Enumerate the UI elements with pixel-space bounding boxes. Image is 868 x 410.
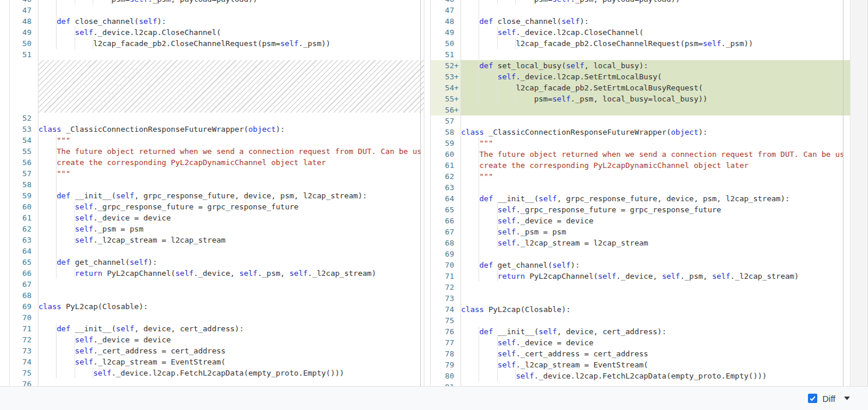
- line-number[interactable]: 55: [0, 146, 38, 157]
- line-number[interactable]: 80: [431, 370, 461, 381]
- code-line: 55The future object returned when we sen…: [0, 146, 424, 157]
- indent-guide: [461, 49, 479, 60]
- line-number[interactable]: 53: [0, 124, 38, 135]
- column-ruler: [843, 0, 844, 386]
- line-number[interactable]: 76: [431, 326, 461, 337]
- line-number[interactable]: 73: [431, 293, 461, 304]
- indent-guide: [38, 334, 57, 345]
- line-number[interactable]: 71: [431, 271, 461, 282]
- line-number[interactable]: 51: [0, 49, 38, 60]
- line-number[interactable]: 51: [431, 49, 461, 60]
- line-number[interactable]: 66: [431, 215, 461, 226]
- line-number[interactable]: 52: [0, 113, 38, 124]
- code-line: 64def __init__(self, grpc_response_futur…: [431, 193, 850, 204]
- line-number[interactable]: 75: [431, 315, 461, 326]
- caret-down-icon[interactable]: [844, 397, 850, 400]
- line-number[interactable]: 57: [0, 168, 38, 179]
- line-number[interactable]: 55+: [431, 93, 461, 104]
- line-number[interactable]: 54: [0, 135, 38, 146]
- line-number[interactable]: 48: [431, 16, 461, 27]
- line-number[interactable]: 58: [431, 127, 461, 138]
- line-number[interactable]: 68: [0, 290, 38, 301]
- line-number[interactable]: 46: [431, 0, 461, 5]
- line-number[interactable]: 59: [431, 138, 461, 149]
- line-number[interactable]: 65: [431, 204, 461, 215]
- line-number[interactable]: 73: [0, 345, 38, 356]
- line-number[interactable]: 68: [431, 237, 461, 248]
- line-number[interactable]: 67: [431, 226, 461, 237]
- line-number[interactable]: 47: [0, 5, 38, 16]
- line-number[interactable]: 70: [431, 260, 461, 271]
- code-line: 74self._l2cap_stream = EventStream(: [0, 356, 424, 367]
- line-number[interactable]: 74: [431, 304, 461, 315]
- gutter-rail: [9, 0, 10, 386]
- line-number[interactable]: 77: [431, 337, 461, 348]
- indent-guide: [461, 215, 479, 226]
- code-text: def get_channel(self):: [461, 260, 850, 271]
- indent-guide: [38, 268, 57, 279]
- line-number[interactable]: 60: [431, 149, 461, 160]
- line-number[interactable]: 62: [431, 171, 461, 182]
- line-number[interactable]: 56+: [431, 104, 461, 115]
- diff-pane-new[interactable]: 46psm=self._psm, payload=payload))4748de…: [430, 0, 850, 386]
- code-line: 53+self._device.l2cap.SetErtmLocalBusy(: [431, 71, 850, 82]
- line-number[interactable]: 72: [431, 282, 461, 293]
- line-number[interactable]: 69: [0, 301, 38, 312]
- line-number[interactable]: 75: [0, 367, 38, 379]
- line-number[interactable]: 64: [0, 246, 38, 257]
- line-number[interactable]: 74: [0, 356, 38, 367]
- line-number[interactable]: 63: [431, 182, 461, 193]
- line-number[interactable]: 76: [0, 379, 38, 386]
- line-number[interactable]: 50: [431, 38, 461, 49]
- line-number[interactable]: 67: [0, 279, 38, 290]
- line-number[interactable]: 65: [0, 257, 38, 268]
- line-number[interactable]: 57: [431, 115, 461, 127]
- code-text: """: [461, 138, 850, 149]
- line-number[interactable]: 81: [431, 381, 461, 386]
- line-number[interactable]: 49: [431, 27, 461, 38]
- line-number[interactable]: 60: [0, 201, 38, 212]
- line-number[interactable]: 61: [431, 160, 461, 171]
- line-number[interactable]: 56: [0, 157, 38, 168]
- line-number[interactable]: 62: [0, 223, 38, 234]
- line-number[interactable]: 50: [0, 38, 38, 49]
- indent-guide: [461, 0, 479, 5]
- indent-guide: [38, 223, 57, 234]
- line-number[interactable]: 47: [431, 5, 461, 16]
- line-number[interactable]: 78: [431, 348, 461, 359]
- diff-pane-old[interactable]: 46psm=self._psm, payload=payload))4748de…: [0, 0, 424, 386]
- code-line: 68: [0, 290, 424, 301]
- code-text: l2cap_facade_pb2.CloseChannelRequest(psm…: [38, 38, 424, 49]
- indent-guide: [57, 223, 75, 234]
- line-number[interactable]: 54+: [431, 82, 461, 93]
- diff-toggle-checkbox[interactable]: [808, 394, 817, 403]
- line-number[interactable]: 72: [0, 334, 38, 345]
- line-number[interactable]: 79: [431, 359, 461, 370]
- scrollbar-track[interactable]: [850, 0, 868, 386]
- line-number[interactable]: 59: [0, 190, 38, 201]
- line-number[interactable]: 63: [0, 234, 38, 246]
- code-line: 72self._device = device: [0, 334, 424, 345]
- code-line: 72: [431, 282, 850, 293]
- line-number[interactable]: 61: [0, 212, 38, 223]
- line-number[interactable]: 53+: [431, 71, 461, 82]
- line-number[interactable]: 58: [0, 179, 38, 190]
- line-number[interactable]: 71: [0, 323, 38, 334]
- code-text: """: [38, 168, 424, 179]
- line-number[interactable]: 46: [0, 0, 38, 5]
- code-text: self._device.l2cap.SetErtmLocalBusy(: [461, 71, 850, 82]
- indent-guide: [461, 82, 479, 93]
- code-text: create the corresponding PyL2capDynamicC…: [38, 157, 424, 168]
- line-number[interactable]: 52+: [431, 60, 461, 71]
- code-text: create the corresponding PyL2capDynamicC…: [461, 160, 850, 171]
- line-number[interactable]: 49: [0, 27, 38, 38]
- line-number[interactable]: 70: [0, 312, 38, 323]
- line-number[interactable]: 48: [0, 16, 38, 27]
- line-number[interactable]: 69: [431, 248, 461, 260]
- indent-guide: [498, 38, 516, 49]
- line-number[interactable]: 66: [0, 268, 38, 279]
- indent-guide: [461, 359, 479, 370]
- line-number[interactable]: 64: [431, 193, 461, 204]
- code-text: def __init__(self, device, cert_address)…: [38, 323, 424, 334]
- indent-guide: [479, 370, 497, 381]
